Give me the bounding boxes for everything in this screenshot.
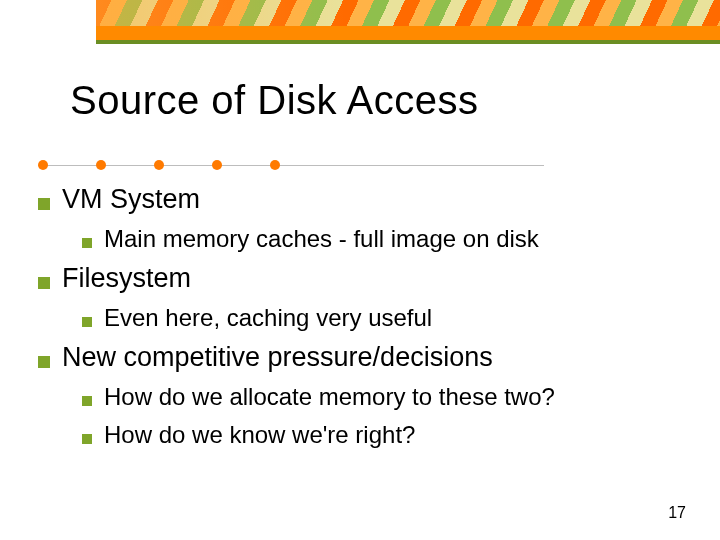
- top-banner: [0, 0, 720, 44]
- square-bullet-icon: [38, 356, 50, 368]
- bullet-level1: VM System: [38, 184, 688, 215]
- slide: Source of Disk Access VM System Main mem…: [0, 0, 720, 540]
- bullet-level2: How do we know we're right?: [82, 421, 688, 449]
- bullet-level1: Filesystem: [38, 263, 688, 294]
- dot-icon: [154, 160, 164, 170]
- banner-image-strip: [96, 0, 720, 26]
- square-bullet-icon: [82, 396, 92, 406]
- bullet-level2: Main memory caches - full image on disk: [82, 225, 688, 253]
- divider-rule: [38, 160, 544, 172]
- bullet-text: Even here, caching very useful: [104, 304, 432, 332]
- bullet-text: New competitive pressure/decisions: [62, 342, 493, 373]
- divider-dots: [38, 160, 280, 170]
- bullet-text: How do we know we're right?: [104, 421, 415, 449]
- page-number: 17: [668, 504, 686, 522]
- bullet-list: VM System Main memory caches - full imag…: [38, 184, 688, 449]
- bullet-level2: Even here, caching very useful: [82, 304, 688, 332]
- square-bullet-icon: [82, 317, 92, 327]
- bullet-text: Filesystem: [62, 263, 191, 294]
- dot-icon: [212, 160, 222, 170]
- dot-icon: [38, 160, 48, 170]
- bullet-text: VM System: [62, 184, 200, 215]
- bullet-level2: How do we allocate memory to these two?: [82, 383, 688, 411]
- dot-icon: [96, 160, 106, 170]
- square-bullet-icon: [82, 238, 92, 248]
- bullet-level1: New competitive pressure/decisions: [38, 342, 688, 373]
- square-bullet-icon: [38, 198, 50, 210]
- banner-orange-bar: [96, 26, 720, 40]
- square-bullet-icon: [38, 277, 50, 289]
- slide-title: Source of Disk Access: [70, 78, 478, 123]
- bullet-text: Main memory caches - full image on disk: [104, 225, 539, 253]
- square-bullet-icon: [82, 434, 92, 444]
- dot-icon: [270, 160, 280, 170]
- banner-olive-line: [96, 40, 720, 44]
- bullet-text: How do we allocate memory to these two?: [104, 383, 555, 411]
